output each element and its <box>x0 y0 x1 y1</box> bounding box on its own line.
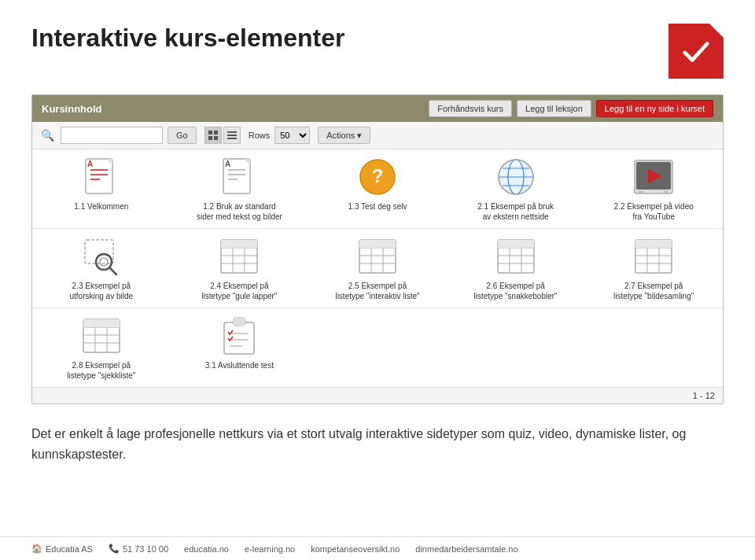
table-icon <box>219 237 259 276</box>
actions-button[interactable]: Actions ▾ <box>318 127 370 144</box>
rows-select[interactable]: 50 25 100 <box>274 127 310 144</box>
page-title: Interaktive kurs-elementer <box>31 24 344 53</box>
grid-row-2: 2.3 Eksempel på utforsking av bilde <box>32 229 723 308</box>
video-icon <box>634 157 673 197</box>
phone-number: 51 73 10 00 <box>123 544 168 554</box>
doc-icon: A <box>219 157 259 197</box>
svg-rect-6 <box>227 138 237 139</box>
search-input[interactable] <box>61 127 163 144</box>
pagination-text: 1 - 12 <box>693 391 715 400</box>
footer-link-1[interactable]: educatia.no <box>184 544 229 554</box>
table-icon <box>634 237 673 276</box>
svg-rect-30 <box>639 191 643 193</box>
table-icon <box>82 316 121 356</box>
svg-rect-49 <box>359 240 396 248</box>
item-label: 2.8 Eksempel på listetype "sjekkliste" <box>58 360 145 381</box>
item-label: 2.4 Eksempel på listetype "gule lapper" <box>196 281 282 301</box>
empty-cell <box>584 308 723 387</box>
list-item[interactable]: 2.5 Eksempel på listetype "interaktiv li… <box>308 229 447 308</box>
svg-rect-32 <box>85 240 113 263</box>
add-page-button[interactable]: Legg til en ny side i kurset <box>596 100 713 117</box>
item-label: 1.2 Bruk av standard sider med tekst og … <box>196 201 282 222</box>
phone-icon: 📞 <box>109 543 120 554</box>
svg-rect-4 <box>227 131 237 133</box>
page-header: Interaktive kurs-elementer <box>0 0 755 94</box>
list-item[interactable]: 2.6 Eksempel på listetype "snakkebobler" <box>447 229 585 308</box>
web-icon <box>496 157 536 197</box>
home-icon: 🏠 <box>31 543 42 554</box>
item-label: 1.3 Test deg selv <box>348 201 407 212</box>
preview-course-button[interactable]: Forhåndsvis kurs <box>429 100 512 117</box>
grid-row-3: 2.8 Eksempel på listetype "sjekkliste" <box>32 308 723 387</box>
table-icon <box>358 237 397 276</box>
list-item[interactable]: 3.1 Avsluttende test <box>171 308 309 387</box>
footer-link-3[interactable]: kompetanseoversikt.no <box>311 544 400 554</box>
grid-row-1: A 1.1 Velkommen A <box>32 149 723 229</box>
toolbar: 🔍 Go Rows 50 25 100 Actions ▾ <box>32 122 723 149</box>
panel-title: Kursinnhold <box>42 103 102 115</box>
checklist-icon <box>219 316 259 356</box>
description-text: Det er enkelt å lage profesjonelle nettk… <box>31 424 724 464</box>
item-label: 2.5 Eksempel på listetype "interaktiv li… <box>334 281 421 301</box>
svg-rect-1 <box>214 131 218 134</box>
list-item[interactable]: ? 1.3 Test deg selv <box>308 149 447 228</box>
logo-badge <box>668 24 724 79</box>
item-label: 3.1 Avsluttende test <box>205 360 274 370</box>
table-icon <box>496 237 536 276</box>
main-content: Kursinnhold Forhåndsvis kurs Legg til le… <box>0 94 755 404</box>
list-item[interactable]: A 1.2 Bruk av standard sider med tekst o… <box>171 149 309 228</box>
panel-buttons: Forhåndsvis kurs Legg til leksjon Legg t… <box>429 100 713 117</box>
svg-rect-63 <box>635 240 672 248</box>
list-view-button[interactable] <box>223 127 241 144</box>
footer-link-2[interactable]: e-learning.no <box>245 544 295 554</box>
item-label: 2.2 Eksempel på video fra YouTube <box>610 201 697 222</box>
image-search-icon <box>82 237 121 276</box>
svg-rect-0 <box>208 131 212 134</box>
empty-cell <box>447 308 585 387</box>
quiz-icon: ? <box>358 157 397 197</box>
svg-text:A: A <box>225 160 230 168</box>
footer-phone: 📞 51 73 10 00 <box>109 543 168 554</box>
svg-line-34 <box>109 267 116 274</box>
checkmark-icon <box>681 36 711 66</box>
grid-view-button[interactable] <box>204 127 222 144</box>
footer-company: 🏠 Educatia AS <box>31 543 93 554</box>
empty-cell <box>308 308 447 387</box>
svg-rect-5 <box>227 134 237 136</box>
list-item[interactable]: 2.4 Eksempel på listetype "gule lapper" <box>171 229 309 308</box>
list-item[interactable]: 2.7 Eksempel på listetype "bildesamling" <box>584 229 723 308</box>
search-icon: 🔍 <box>39 127 56 144</box>
svg-rect-70 <box>83 319 120 327</box>
view-toggle <box>204 127 241 144</box>
description-section: Det er enkelt å lage profesjonelle nettk… <box>0 404 755 476</box>
add-lesson-button[interactable]: Legg til leksjon <box>517 100 591 117</box>
company-name: Educatia AS <box>46 544 93 554</box>
list-item[interactable]: 2.3 Eksempel på utforsking av bilde <box>32 229 171 308</box>
footer-link-4[interactable]: dinmedarbeidersamtale.no <box>415 544 517 554</box>
item-label: 1.1 Velkommen <box>74 201 128 212</box>
doc-icon: A <box>82 157 121 197</box>
svg-text:?: ? <box>372 165 384 186</box>
course-panel: Kursinnhold Forhåndsvis kurs Legg til le… <box>31 94 724 404</box>
svg-rect-42 <box>221 240 257 248</box>
item-label: 2.3 Eksempel på utforsking av bilde <box>58 281 145 301</box>
item-label: 2.7 Eksempel på listetype "bildesamling" <box>610 281 697 301</box>
item-label: 2.6 Eksempel på listetype "snakkebobler" <box>473 281 559 301</box>
go-button[interactable]: Go <box>168 127 197 144</box>
list-item[interactable]: 2.1 Eksempel på bruk av ekstern nettside <box>447 149 585 228</box>
list-item[interactable]: 2.8 Eksempel på listetype "sjekkliste" <box>32 308 171 387</box>
svg-rect-3 <box>214 136 218 140</box>
panel-header: Kursinnhold Forhåndsvis kurs Legg til le… <box>32 95 723 122</box>
svg-rect-31 <box>664 191 668 193</box>
pagination-bar: 1 - 12 <box>32 387 723 403</box>
list-item[interactable]: A 1.1 Velkommen <box>32 149 171 228</box>
svg-rect-2 <box>208 136 212 140</box>
item-label: 2.1 Eksempel på bruk av ekstern nettside <box>473 201 559 222</box>
list-item[interactable]: 2.2 Eksempel på video fra YouTube <box>584 149 723 228</box>
page-footer: 🏠 Educatia AS 📞 51 73 10 00 educatia.no … <box>0 536 755 560</box>
svg-text:A: A <box>87 160 93 168</box>
svg-rect-56 <box>498 240 534 248</box>
items-container: A 1.1 Velkommen A <box>32 149 723 387</box>
svg-rect-73 <box>234 318 245 326</box>
rows-label: Rows <box>249 131 271 140</box>
